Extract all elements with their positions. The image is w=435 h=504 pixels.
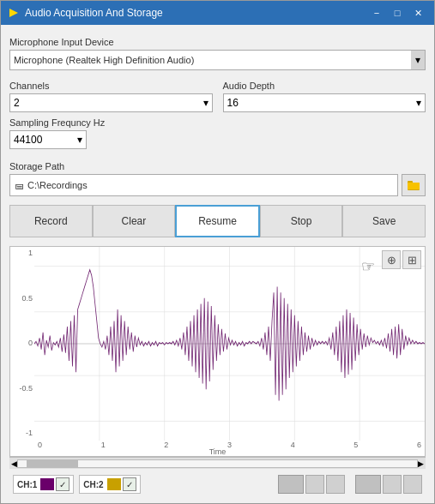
cursor-tool[interactable]: ☞: [361, 257, 375, 276]
ch-ctrl-3[interactable]: [326, 475, 345, 494]
zoom-in-button[interactable]: ⊕: [382, 250, 401, 269]
microphone-value: Microphone (Realtek High Definition Audi…: [14, 55, 194, 65]
action-buttons: Record Clear Resume Stop Save: [9, 205, 426, 237]
channels-arrow: ▾: [203, 97, 208, 109]
folder-icon: [408, 180, 420, 190]
channel-1-box: CH:1 ✓: [13, 475, 74, 494]
ch2-checkbox[interactable]: ✓: [123, 477, 136, 491]
save-button[interactable]: Save: [342, 205, 426, 237]
channels-col: Channels 2 ▾: [9, 75, 213, 112]
storage-section: Storage Path 🖴 C:\Recordings: [9, 156, 426, 196]
svg-marker-0: [9, 9, 18, 17]
app-icon: [8, 7, 20, 19]
minimize-button[interactable]: −: [367, 5, 386, 21]
microphone-label: Microphone Input Device: [9, 37, 426, 47]
channels-depth-row: Channels 2 ▾ Audio Depth 16 ▾: [9, 75, 426, 112]
ch1-checkbox[interactable]: ✓: [56, 477, 69, 491]
channel-2-box: CH:2 ✓: [79, 475, 140, 494]
audio-depth-arrow: ▾: [416, 97, 421, 109]
waveform-chart[interactable]: 1 0.5 0 -0.5 -1: [9, 246, 426, 457]
maximize-button[interactable]: □: [388, 5, 407, 21]
storage-path-display[interactable]: 🖴 C:\Recordings: [9, 174, 398, 196]
ch-controls-right: [278, 475, 422, 494]
ch-ctrl-5[interactable]: [383, 475, 402, 494]
channels-combo[interactable]: 2 ▾: [9, 93, 213, 112]
content-area: Microphone Input Device Microphone (Real…: [1, 25, 434, 503]
zoom-extend-button[interactable]: ⊞: [402, 250, 421, 269]
window-controls: − □ ✕: [367, 5, 427, 21]
chart-toolbar: ☞ ⊕ ⊞: [382, 250, 421, 269]
microphone-combo[interactable]: Microphone (Realtek High Definition Audi…: [9, 50, 426, 70]
ch-ctrl-4[interactable]: [355, 475, 381, 494]
storage-label: Storage Path: [9, 161, 426, 171]
y-label-n1: -1: [10, 429, 34, 437]
record-button[interactable]: Record: [9, 205, 93, 237]
resume-button[interactable]: Resume: [175, 205, 260, 237]
y-axis-labels: 1 0.5 0 -0.5 -1: [10, 247, 34, 439]
microphone-arrow: ▾: [411, 51, 425, 69]
channels-label: Channels: [9, 81, 213, 91]
clear-button[interactable]: Clear: [93, 205, 176, 237]
channels-value: 2: [14, 97, 20, 109]
ch-ctrl-1[interactable]: [278, 475, 304, 494]
close-button[interactable]: ✕: [408, 5, 427, 21]
chart-scrollbar-x[interactable]: ◀ ▶: [9, 457, 426, 469]
ch2-label: CH:2: [83, 480, 103, 489]
audio-depth-value: 16: [227, 97, 239, 109]
audio-depth-col: Audio Depth 16 ▾: [223, 75, 426, 112]
sampling-arrow: ▾: [77, 134, 82, 146]
stop-button[interactable]: Stop: [260, 205, 343, 237]
title-bar: Audio Acquisition And Storage − □ ✕: [1, 1, 434, 25]
x-axis-title: Time: [10, 447, 425, 456]
y-label-0: 0: [10, 339, 34, 347]
sampling-combo[interactable]: 44100 ▾: [9, 130, 87, 149]
svg-rect-3: [408, 183, 420, 189]
y-label-05: 0.5: [10, 294, 34, 303]
audio-depth-label: Audio Depth: [223, 81, 426, 91]
browse-button[interactable]: [402, 174, 426, 196]
ch1-label: CH:1: [17, 480, 37, 489]
sampling-value: 44100: [14, 134, 42, 146]
sampling-col: 44100 ▾: [9, 130, 87, 149]
y-label-n05: -0.5: [10, 384, 34, 393]
scroll-track-x[interactable]: [17, 459, 418, 468]
storage-path-value: C:\Recordings: [27, 180, 88, 190]
ch1-color-swatch[interactable]: [40, 478, 54, 490]
audio-depth-combo[interactable]: 16 ▾: [223, 93, 426, 112]
y-label-1: 1: [10, 249, 34, 257]
ch2-color-swatch[interactable]: [107, 478, 121, 490]
ch-ctrl-2[interactable]: [305, 475, 324, 494]
sampling-label: Sampling Frequncy Hz: [9, 117, 426, 128]
ch-ctrl-6[interactable]: [403, 475, 422, 494]
scroll-thumb-x[interactable]: [27, 460, 78, 467]
scroll-left-arrow[interactable]: ◀: [11, 459, 17, 468]
window-title: Audio Acquisition And Storage: [25, 7, 367, 19]
channel-row: CH:1 ✓ CH:2 ✓: [9, 472, 426, 496]
scroll-right-arrow[interactable]: ▶: [418, 459, 424, 468]
path-icon: 🖴: [15, 181, 24, 190]
main-window: Audio Acquisition And Storage − □ ✕ Micr…: [0, 0, 435, 504]
storage-path-row: 🖴 C:\Recordings: [9, 174, 426, 196]
